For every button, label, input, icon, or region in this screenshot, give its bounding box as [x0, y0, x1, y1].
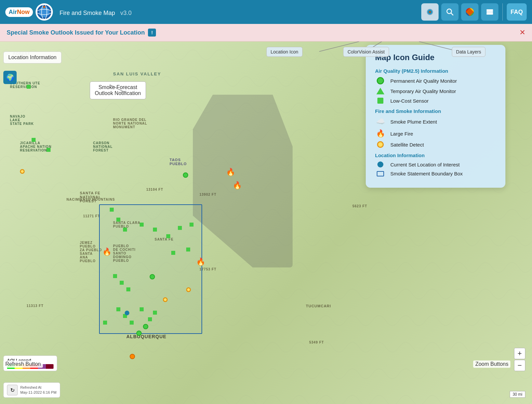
zoom-in-button[interactable]: +: [514, 348, 525, 359]
guide-label-temp-monitor: Temporary Air Quality Monitor: [390, 88, 456, 94]
map-label-santa-fe-national: Santa FeNationalForest: [80, 191, 101, 203]
refresh-timestamp: May-11-2022 6:16 PM: [20, 390, 57, 394]
guide-item-permanent-monitor: Permanent Air Quality Monitor: [375, 77, 496, 84]
satellite-detect-2[interactable]: [163, 297, 168, 302]
svg-point-1: [39, 7, 50, 17]
guide-icon-temp-monitor: [375, 88, 386, 94]
sensor-7[interactable]: [140, 223, 144, 227]
sensor-19[interactable]: [130, 321, 134, 325]
guide-icon-smoke-plume: ☁️: [375, 117, 386, 126]
sensor-17[interactable]: [116, 307, 120, 311]
sensor-20[interactable]: [103, 321, 107, 325]
sensor-6[interactable]: [123, 228, 127, 232]
aq-section-title: Air Quality (PM2.5) Information: [375, 68, 496, 74]
guide-label-permanent-monitor: Permanent Air Quality Monitor: [390, 78, 457, 84]
svg-point-8: [429, 11, 431, 13]
zoom-out-button[interactable]: −: [514, 360, 525, 371]
svg-rect-12: [487, 10, 493, 11]
logo-area: AirNow: [5, 3, 53, 21]
title-text: Fire and Smoke Map: [60, 10, 115, 16]
guide-label-satellite: Satellite Detect: [390, 142, 424, 148]
version-text: v3.0: [120, 10, 132, 16]
sensor-11[interactable]: [190, 223, 194, 227]
sensor-12[interactable]: [171, 251, 175, 255]
callout-data-layers: Data Layers: [452, 47, 485, 57]
globe-button[interactable]: 🌍: [3, 71, 17, 84]
sensor-10[interactable]: [178, 226, 182, 230]
aqi-hazardous: [46, 364, 54, 369]
sensor-23[interactable]: [148, 317, 152, 321]
map-label-5349: 5349 ft: [309, 341, 324, 344]
sensor-3[interactable]: [47, 148, 51, 152]
guide-icon-low-cost-sensor: [375, 98, 386, 104]
guide-label-large-fire: Large Fire: [390, 131, 413, 137]
loc-section-title: Location Information: [375, 152, 496, 158]
map-icon-guide-panel: Map Icon Guide Air Quality (PM2.5) Infor…: [366, 45, 505, 188]
satellite-detect-3[interactable]: [186, 287, 191, 292]
refresh-button-label: Refresh Button: [3, 360, 43, 368]
sensor-2[interactable]: [32, 138, 36, 142]
location-button[interactable]: [421, 3, 439, 21]
guide-icon-boundary-box: [375, 171, 386, 176]
fs-section-title: Fire and Smoke Information: [375, 108, 496, 114]
alert-icon: !: [148, 29, 156, 37]
monitor-permanent-2[interactable]: [150, 274, 155, 279]
faq-button[interactable]: FAQ: [507, 3, 527, 21]
sensor-8[interactable]: [153, 228, 157, 232]
guide-label-current-location: Current Set Location of Interest: [390, 162, 460, 167]
sensor-21[interactable]: [140, 307, 144, 311]
sensor-9[interactable]: [166, 234, 170, 238]
layers-button[interactable]: [481, 3, 498, 21]
header-divider: [502, 3, 503, 21]
guide-item-low-cost-sensor: Low-Cost Sensor: [375, 98, 496, 104]
guide-item-temp-monitor: Temporary Air Quality Monitor: [375, 88, 496, 94]
svg-point-9: [447, 9, 452, 14]
smoke-forecast-text: Smoke ForecastOutlook Notification: [95, 84, 141, 96]
map-label-11313: 11313 ft: [27, 304, 44, 308]
svg-line-10: [451, 13, 454, 16]
guide-item-boundary-box: Smoke Statement Boundary Box: [375, 171, 496, 176]
colorvision-button[interactable]: [461, 3, 478, 21]
refresh-button[interactable]: ↻: [7, 385, 18, 395]
search-button[interactable]: [441, 3, 459, 21]
map-label-11271: 11271 ft: [83, 214, 100, 218]
location-of-interest[interactable]: [125, 311, 129, 315]
smoke-forecast-label: Smoke ForecastOutlook Notification: [90, 81, 146, 99]
noaa-logo: [36, 3, 53, 21]
sensor-16[interactable]: [126, 287, 130, 291]
fire-icon-3: 🔥: [102, 248, 111, 256]
sensor-4[interactable]: [110, 208, 114, 212]
sensor-1[interactable]: [27, 85, 31, 89]
callout-colorvision: ColorVision Assist: [343, 47, 389, 57]
monitor-orange-1[interactable]: [130, 354, 135, 359]
map-label-carson: CarsonNationalForest: [93, 141, 113, 152]
smoke-alert-banner: Special Smoke Outlook Issued for Your Lo…: [0, 24, 532, 42]
sensor-5[interactable]: [116, 218, 120, 222]
svg-rect-13: [487, 12, 493, 13]
guide-icon-permanent-monitor: [375, 77, 386, 84]
guide-label-smoke-plume: Smoke Plume Extent: [390, 119, 437, 125]
map-label-san-luis: SAN LUIS VALLEY: [113, 71, 161, 76]
scale-bar: 30 mi: [510, 391, 525, 398]
smoke-alert-text: Special Smoke Outlook Issued for Your Lo…: [7, 29, 145, 36]
sensor-14[interactable]: [113, 274, 117, 278]
svg-point-5: [43, 6, 45, 8]
monitor-permanent-4[interactable]: [143, 324, 148, 329]
guide-item-large-fire: 🔥 Large Fire: [375, 129, 496, 138]
satellite-detect-1[interactable]: [20, 169, 25, 174]
guide-icon-satellite: [375, 141, 386, 148]
callout-location-icon: Location Icon: [266, 47, 303, 57]
app-title: Fire and Smoke Map v3.0: [60, 7, 421, 17]
map-label-rio-grande: Rio Grande delNorte NationalMonument: [113, 118, 147, 129]
refresh-label-text: Refreshed At: [20, 385, 42, 389]
refresh-text: Refreshed At May-11-2022 6:16 PM: [20, 385, 57, 395]
sensor-15[interactable]: [120, 281, 124, 285]
guide-label-low-cost-sensor: Low-Cost Sensor: [390, 98, 429, 104]
sensor-22[interactable]: [153, 311, 157, 315]
close-banner-button[interactable]: ✕: [519, 28, 525, 37]
monitor-permanent-3[interactable]: [136, 331, 142, 336]
map-label-albuquerque: Albuquerque: [126, 334, 167, 339]
sensor-13[interactable]: [186, 248, 190, 252]
zoom-buttons-label: Zoom Buttons: [473, 360, 510, 368]
monitor-permanent-1[interactable]: [183, 172, 188, 178]
